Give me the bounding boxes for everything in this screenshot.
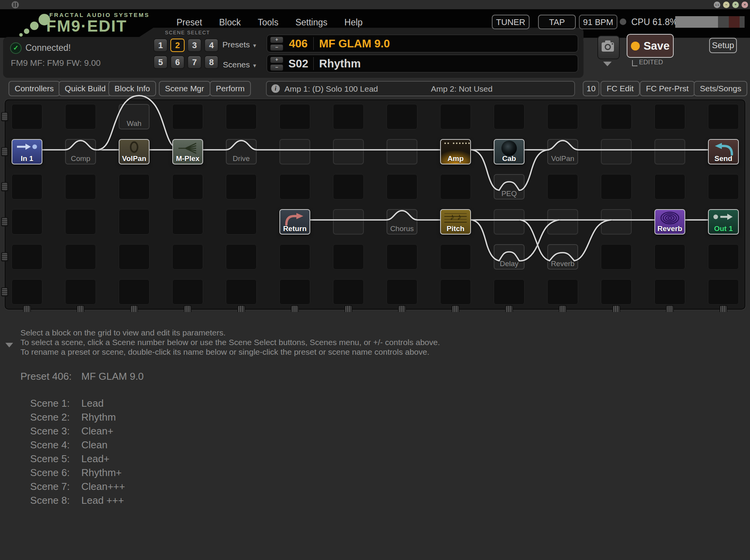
tab-quick-build[interactable]: Quick Build bbox=[59, 81, 112, 96]
camera-dropdown-caret[interactable] bbox=[603, 62, 612, 66]
collapse-caret-icon[interactable] bbox=[5, 343, 13, 347]
zoom-icon[interactable]: + bbox=[732, 2, 739, 8]
scene-select-button[interactable]: 5 bbox=[153, 55, 168, 69]
grid-empty-cell[interactable] bbox=[119, 174, 150, 200]
grid-empty-cell[interactable] bbox=[172, 279, 203, 305]
grid-empty-cell[interactable] bbox=[387, 279, 417, 305]
grid-empty-cell[interactable] bbox=[279, 174, 310, 200]
menu-preset[interactable]: Preset bbox=[177, 17, 202, 28]
block-peq[interactable]: PEQ bbox=[494, 174, 525, 200]
grid-empty-cell[interactable] bbox=[708, 104, 739, 129]
block-out-1[interactable]: Out 1 bbox=[708, 209, 739, 235]
grid-empty-cell[interactable] bbox=[601, 104, 632, 129]
grid-empty-cell[interactable] bbox=[494, 104, 525, 129]
tap-button[interactable]: TAP bbox=[538, 15, 576, 29]
scene-list-row[interactable]: Scene 5:Lead+ bbox=[20, 453, 109, 465]
tab-block-info[interactable]: Block Info bbox=[108, 81, 156, 96]
scene-list-row[interactable]: Scene 4:Clean bbox=[20, 439, 108, 451]
scene-number[interactable]: S02 bbox=[283, 57, 313, 70]
scene-select-button[interactable]: 8 bbox=[204, 55, 219, 69]
block-wah[interactable]: Wah bbox=[119, 104, 150, 129]
grid-shunt-cell[interactable] bbox=[654, 139, 685, 164]
row-drag-handle[interactable] bbox=[1, 112, 8, 121]
block-drive[interactable]: Drive bbox=[226, 139, 257, 164]
scene-select-button[interactable]: 1 bbox=[153, 39, 168, 52]
tab-scene-mgr[interactable]: Scene Mgr bbox=[159, 81, 210, 96]
block-volpan[interactable]: VolPan bbox=[547, 139, 578, 164]
block-comp[interactable]: Comp bbox=[65, 139, 96, 164]
block-send[interactable]: Send bbox=[708, 139, 739, 164]
grid-empty-cell[interactable] bbox=[65, 279, 96, 305]
presets-menu[interactable]: Presets ▼ bbox=[222, 40, 257, 49]
grid-empty-cell[interactable] bbox=[654, 174, 685, 200]
scene-select-button[interactable]: 4 bbox=[204, 39, 219, 52]
row-drag-handle[interactable] bbox=[1, 147, 8, 156]
grid-empty-cell[interactable] bbox=[279, 279, 310, 305]
block-amp[interactable]: Amp bbox=[440, 139, 471, 164]
preset-decrement-button[interactable]: − bbox=[270, 44, 283, 51]
grid-empty-cell[interactable] bbox=[226, 104, 257, 129]
grid-empty-cell[interactable] bbox=[494, 279, 525, 305]
grid-empty-cell[interactable] bbox=[172, 104, 203, 129]
grid-empty-cell[interactable] bbox=[547, 279, 578, 305]
grid-empty-cell[interactable] bbox=[172, 174, 203, 200]
grid-empty-cell[interactable] bbox=[654, 104, 685, 129]
grid-empty-cell[interactable] bbox=[65, 244, 96, 270]
grid-empty-cell[interactable] bbox=[226, 209, 257, 235]
grid-empty-cell[interactable] bbox=[387, 244, 417, 270]
grid-empty-cell[interactable] bbox=[172, 209, 203, 235]
scene-increment-button[interactable]: + bbox=[270, 57, 283, 63]
block-pitch[interactable]: ♪ ♪Pitch bbox=[440, 209, 471, 235]
grid-empty-cell[interactable] bbox=[654, 279, 685, 305]
grid-shunt-cell[interactable] bbox=[601, 209, 632, 235]
grid-empty-cell[interactable] bbox=[601, 174, 632, 200]
grid-empty-cell[interactable] bbox=[387, 104, 417, 129]
preset-display[interactable]: + − 406 MF GLAM 9.0 bbox=[267, 35, 578, 52]
scene-list-row[interactable]: Scene 3:Clean+ bbox=[20, 425, 113, 437]
tab-fc-per-prst[interactable]: FC Per-Prst bbox=[640, 81, 695, 96]
scene-list-row[interactable]: Scene 8:Lead +++ bbox=[20, 495, 124, 506]
preset-increment-button[interactable]: + bbox=[270, 37, 283, 43]
scene-list-row[interactable]: Scene 1:Lead bbox=[20, 397, 104, 409]
block-m-plex[interactable]: M-Plex bbox=[172, 139, 203, 164]
grid-empty-cell[interactable] bbox=[119, 244, 150, 270]
row-drag-handle[interactable] bbox=[1, 182, 8, 191]
grid-empty-cell[interactable] bbox=[440, 174, 471, 200]
grid-empty-cell[interactable] bbox=[547, 104, 578, 129]
block-reverb[interactable]: Reverb bbox=[547, 244, 578, 270]
scene-decrement-button[interactable]: − bbox=[270, 64, 283, 71]
grid-shunt-cell[interactable] bbox=[601, 139, 632, 164]
minimize-icon[interactable]: − bbox=[723, 2, 730, 8]
menu-block[interactable]: Block bbox=[219, 17, 240, 28]
grid-empty-cell[interactable] bbox=[12, 209, 42, 235]
grid-empty-cell[interactable] bbox=[333, 104, 364, 129]
block-delay[interactable]: Delay bbox=[494, 244, 525, 270]
save-button[interactable]: Save bbox=[627, 34, 674, 58]
grid-empty-cell[interactable] bbox=[12, 279, 42, 305]
scenes-menu[interactable]: Scenes ▼ bbox=[222, 60, 257, 69]
scene-name[interactable]: Rhythm bbox=[319, 57, 361, 70]
row-drag-handle[interactable] bbox=[1, 217, 8, 226]
tab-controllers[interactable]: Controllers bbox=[8, 81, 60, 96]
actual-size-icon[interactable]: 1:1 bbox=[714, 2, 720, 8]
grid-empty-cell[interactable] bbox=[279, 244, 310, 270]
preset-list-row[interactable]: Preset 406:MF GLAM 9.0 bbox=[20, 371, 144, 382]
scene-select-button[interactable]: 2 bbox=[170, 39, 185, 52]
grid-empty-cell[interactable] bbox=[440, 104, 471, 129]
menu-help[interactable]: Help bbox=[345, 17, 363, 28]
scene-select-button[interactable]: 6 bbox=[170, 55, 185, 69]
menu-settings[interactable]: Settings bbox=[295, 17, 327, 28]
grid-empty-cell[interactable] bbox=[708, 279, 739, 305]
scene-select-button[interactable]: 7 bbox=[187, 55, 202, 69]
block-return[interactable]: Return bbox=[279, 209, 310, 235]
grid-empty-cell[interactable] bbox=[12, 244, 42, 270]
grid-empty-cell[interactable] bbox=[119, 209, 150, 235]
scene-list-row[interactable]: Scene 7:Clean+++ bbox=[20, 481, 125, 493]
row-drag-handle[interactable] bbox=[1, 252, 8, 262]
scene-select-button[interactable]: 3 bbox=[187, 39, 202, 52]
setup-button[interactable]: Setup bbox=[709, 38, 737, 53]
grid-shunt-cell[interactable] bbox=[547, 209, 578, 235]
grid-shunt-cell[interactable] bbox=[387, 139, 417, 164]
grid-empty-cell[interactable] bbox=[440, 279, 471, 305]
grid-empty-cell[interactable] bbox=[654, 244, 685, 270]
